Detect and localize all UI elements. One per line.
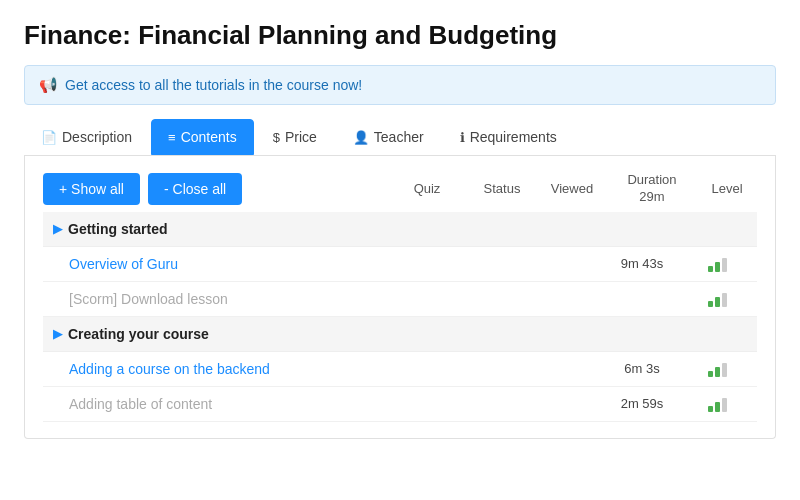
contents-icon: ≡ <box>168 130 176 145</box>
level-bar-adding-course <box>687 361 747 377</box>
section-header-creating-course[interactable]: ▶ Creating your course <box>43 317 757 352</box>
lesson-cols: 9m 43s <box>377 256 747 272</box>
table-row: [Scorm] Download lesson <box>43 282 757 317</box>
bar-chart <box>708 361 727 377</box>
page-title: Finance: Financial Planning and Budgetin… <box>24 20 776 51</box>
tab-requirements-label: Requirements <box>470 129 557 145</box>
column-headers: Quiz Status Viewed Duration 29m Level <box>387 172 757 206</box>
banner-icon: 📢 <box>39 76 58 94</box>
col-level-header: Level <box>697 181 757 196</box>
section-arrow-creating-course: ▶ <box>53 327 62 341</box>
level-bar-scorm <box>687 291 747 307</box>
tab-teacher-label: Teacher <box>374 129 424 145</box>
bar-chart <box>708 396 727 412</box>
tab-description-label: Description <box>62 129 132 145</box>
tab-contents[interactable]: ≡ Contents <box>151 119 254 155</box>
table-row: Adding a course on the backend 6m 3s <box>43 352 757 387</box>
close-all-button[interactable]: - Close all <box>148 173 242 205</box>
access-banner[interactable]: 📢 Get access to all the tutorials in the… <box>24 65 776 105</box>
bar-3 <box>722 258 727 272</box>
tab-contents-label: Contents <box>181 129 237 145</box>
lesson-title-adding-toc: Adding table of content <box>69 396 377 412</box>
lesson-cols <box>377 291 747 307</box>
tab-price[interactable]: $ Price <box>256 119 334 155</box>
description-icon: 📄 <box>41 130 57 145</box>
lesson-duration-adding-course: 6m 3s <box>597 361 687 376</box>
show-all-button[interactable]: + Show all <box>43 173 140 205</box>
bar-3 <box>722 363 727 377</box>
lesson-cols: 6m 3s <box>377 361 747 377</box>
section-title-creating-course: Creating your course <box>68 326 209 342</box>
lesson-duration-adding-toc: 2m 59s <box>597 396 687 411</box>
tab-price-label: Price <box>285 129 317 145</box>
col-quiz-header: Quiz <box>387 181 467 196</box>
tabs-bar: 📄 Description ≡ Contents $ Price 👤 Teach… <box>24 119 776 156</box>
bar-1 <box>708 301 713 307</box>
table-row: Adding table of content 2m 59s <box>43 387 757 422</box>
level-bar-adding-toc <box>687 396 747 412</box>
lesson-title-scorm: [Scorm] Download lesson <box>69 291 377 307</box>
level-bar-overview <box>687 256 747 272</box>
lesson-title-adding-course[interactable]: Adding a course on the backend <box>69 361 377 377</box>
tab-description[interactable]: 📄 Description <box>24 119 149 155</box>
bar-1 <box>708 266 713 272</box>
bar-chart <box>708 256 727 272</box>
price-icon: $ <box>273 130 280 145</box>
tab-teacher[interactable]: 👤 Teacher <box>336 119 441 155</box>
bar-1 <box>708 406 713 412</box>
bar-2 <box>715 262 720 272</box>
lesson-cols: 2m 59s <box>377 396 747 412</box>
bar-2 <box>715 402 720 412</box>
requirements-icon: ℹ <box>460 130 465 145</box>
bar-3 <box>722 398 727 412</box>
section-title-getting-started: Getting started <box>68 221 168 237</box>
bar-2 <box>715 367 720 377</box>
section-header-getting-started[interactable]: ▶ Getting started <box>43 212 757 247</box>
lesson-duration-overview: 9m 43s <box>597 256 687 271</box>
bar-2 <box>715 297 720 307</box>
banner-text: Get access to all the tutorials in the c… <box>65 77 362 93</box>
content-area: + Show all - Close all Quiz Status Viewe… <box>24 156 776 439</box>
col-viewed-header: Viewed <box>537 181 607 196</box>
bar-3 <box>722 293 727 307</box>
col-status-header: Status <box>467 181 537 196</box>
teacher-icon: 👤 <box>353 130 369 145</box>
toolbar: + Show all - Close all <box>43 173 242 205</box>
col-duration-header: Duration 29m <box>607 172 697 206</box>
table-row: Overview of Guru 9m 43s <box>43 247 757 282</box>
bar-1 <box>708 371 713 377</box>
lesson-title-overview[interactable]: Overview of Guru <box>69 256 377 272</box>
tab-requirements[interactable]: ℹ Requirements <box>443 119 574 155</box>
bar-chart <box>708 291 727 307</box>
section-arrow-getting-started: ▶ <box>53 222 62 236</box>
